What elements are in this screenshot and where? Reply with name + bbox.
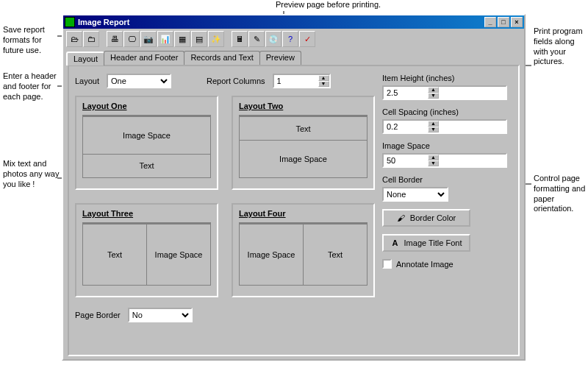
annotate-image-checkbox[interactable]: [382, 259, 392, 269]
cell-border-select[interactable]: None: [382, 187, 448, 202]
chart-icon[interactable]: 📊: [157, 31, 173, 47]
cell-border-label: Cell Border: [382, 175, 507, 184]
calc-icon[interactable]: 🖩: [232, 31, 248, 47]
border-color-button[interactable]: 🖌 Border Color: [382, 209, 470, 227]
titlebar[interactable]: Image Report _ □ ×: [63, 15, 524, 29]
disc-icon[interactable]: 💿: [265, 31, 282, 47]
page-border-select[interactable]: No: [128, 308, 193, 322]
spin-up-icon[interactable]: ▲: [428, 87, 439, 93]
layout-one-title: Layout One: [82, 102, 211, 110]
image-space-input[interactable]: [384, 155, 428, 166]
annotation-header-footer: Enter a header and footer for each page.: [3, 71, 60, 102]
layout-one-box[interactable]: Layout One Image Space Text: [75, 96, 218, 190]
help-icon[interactable]: ?: [282, 31, 298, 47]
spin-down-icon[interactable]: ▼: [428, 160, 439, 166]
tab-records-text[interactable]: Records and Text: [184, 51, 259, 65]
layout-four-title: Layout Four: [239, 209, 368, 218]
print-icon[interactable]: 🖶: [107, 31, 123, 47]
annotation-preview: Preview page before printing.: [276, 0, 381, 10]
page-border-label: Page Border: [75, 311, 121, 319]
item-height-spinner[interactable]: ▲▼: [382, 85, 507, 100]
save-icon[interactable]: 🗀: [83, 31, 99, 47]
image-title-font-button[interactable]: A Image Title Font: [382, 234, 470, 252]
image-space-spinner[interactable]: ▲▼: [382, 153, 507, 168]
table-icon[interactable]: ▦: [174, 31, 190, 47]
tab-preview[interactable]: Preview: [259, 51, 301, 65]
tabs: Layout Header and Footer Records and Tex…: [63, 51, 524, 65]
spin-up-icon[interactable]: ▲: [428, 155, 439, 160]
cell-spacing-input[interactable]: [384, 121, 428, 132]
border-color-label: Border Color: [410, 213, 456, 222]
layout-four-box[interactable]: Layout Four Image Space Text: [232, 203, 375, 297]
image-title-font-label: Image Title Font: [404, 238, 462, 247]
report-columns-spinner[interactable]: ▲▼: [273, 74, 331, 88]
annotation-save: Save report formats for future use.: [3, 25, 60, 55]
close-button[interactable]: ×: [511, 17, 523, 27]
preview-icon[interactable]: 🖵: [123, 31, 140, 47]
cell-spacing-spinner[interactable]: ▲▼: [382, 119, 507, 134]
layout-three-box[interactable]: Layout Three Text Image Space: [75, 203, 218, 297]
cell-spacing-label: Cell Spacing (inches): [382, 107, 507, 116]
grid-icon[interactable]: ▤: [191, 31, 207, 47]
layout-three-b: Image Space: [146, 224, 210, 285]
window-title: Image Report: [78, 18, 484, 26]
maximize-button[interactable]: □: [498, 17, 509, 27]
minimize-button[interactable]: _: [484, 17, 496, 27]
camera-icon[interactable]: 📷: [140, 31, 157, 47]
spin-down-icon[interactable]: ▼: [428, 93, 439, 99]
layout-three-a: Text: [83, 224, 146, 285]
wizard-icon[interactable]: ✨: [208, 31, 224, 47]
report-columns-input[interactable]: [274, 75, 318, 87]
layout-four-a: Image Space: [240, 224, 303, 285]
layout-two-a: Text: [240, 117, 367, 140]
edit-icon[interactable]: ✎: [248, 31, 265, 47]
image-report-window: Image Report _ □ × 🗁 🗀 🖶 🖵 📷 📊 ▦ ▤ ✨ 🖩 ✎…: [62, 14, 526, 361]
tab-header-footer[interactable]: Header and Footer: [104, 51, 184, 65]
annotation-mix: Mix text and photos any way you like !: [3, 159, 60, 189]
image-space-label: Image Space: [382, 141, 507, 150]
layout-label: Layout: [75, 77, 99, 85]
layout-one-a: Image Space: [83, 117, 210, 154]
font-icon: A: [391, 238, 400, 247]
item-height-label: Item Height (inches): [382, 74, 507, 82]
annotation-print-fields: Print program fields along with your pic…: [534, 26, 585, 67]
layout-two-b: Image Space: [240, 140, 367, 177]
layout-one-b: Text: [83, 154, 210, 177]
layout-three-title: Layout Three: [82, 209, 211, 218]
app-icon: [65, 17, 75, 27]
annotation-control-format: Control page formatting and paper orient…: [534, 174, 587, 214]
apply-icon[interactable]: ✓: [299, 31, 315, 47]
layout-two-box[interactable]: Layout Two Text Image Space: [232, 96, 375, 190]
layout-panel: Layout One Report Columns ▲▼ Layout One …: [68, 65, 520, 356]
spin-down-icon[interactable]: ▼: [428, 127, 439, 132]
item-height-input[interactable]: [384, 87, 428, 99]
toolbar: 🗁 🗀 🖶 🖵 📷 📊 ▦ ▤ ✨ 🖩 ✎ 💿 ? ✓: [63, 29, 524, 49]
spin-up-icon[interactable]: ▲: [318, 75, 329, 81]
layout-four-b: Text: [303, 224, 367, 285]
layout-two-title: Layout Two: [239, 102, 368, 110]
annotate-image-label: Annotate Image: [396, 260, 453, 269]
layout-select[interactable]: One: [107, 74, 171, 88]
spin-up-icon[interactable]: ▲: [428, 121, 439, 127]
report-columns-label: Report Columns: [207, 77, 265, 85]
open-icon[interactable]: 🗁: [66, 31, 82, 47]
spin-down-icon[interactable]: ▼: [318, 81, 329, 87]
tab-layout[interactable]: Layout: [66, 52, 104, 66]
brush-icon: 🖌: [397, 213, 406, 222]
